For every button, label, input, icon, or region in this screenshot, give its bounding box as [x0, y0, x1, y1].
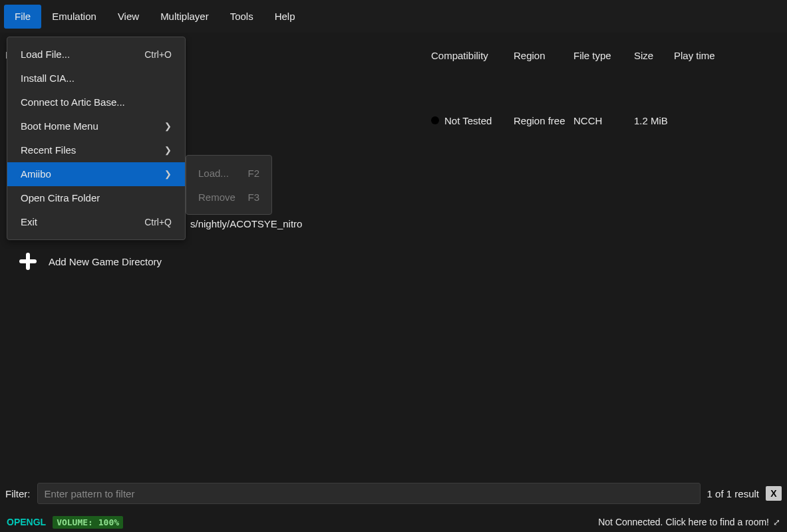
status-bar: OPENGL VOLUME: 100% Not Connected. Click…: [0, 512, 787, 532]
chevron-right-icon: ❯: [164, 138, 172, 162]
plus-icon: [18, 251, 38, 271]
volume-badge: VOLUME: 100%: [53, 516, 123, 529]
mi-exit[interactable]: Exit Ctrl+Q: [7, 210, 185, 234]
col-region[interactable]: Region: [514, 50, 573, 61]
menu-help[interactable]: Help: [264, 5, 306, 29]
filter-result-count: 1 of 1 result: [707, 488, 759, 499]
menu-multiplayer[interactable]: Multiplayer: [150, 5, 220, 29]
chevron-right-icon: ❯: [164, 162, 172, 186]
filter-bar: Filter: 1 of 1 result X: [5, 481, 782, 505]
menubar: File Emulation View Multiplayer Tools He…: [0, 0, 787, 33]
compat-text: Not Tested: [444, 115, 492, 126]
mi-install-cia[interactable]: Install CIA...: [7, 66, 185, 90]
expand-icon: ⤢: [773, 517, 780, 527]
mi-open-citra-folder[interactable]: Open Citra Folder: [7, 186, 185, 210]
size-text: 1.2 MiB: [634, 115, 674, 126]
multiplayer-status[interactable]: Not Connected. Click here to find a room…: [598, 517, 780, 527]
menu-view[interactable]: View: [107, 5, 150, 29]
game-path-fragment: s/nightly/ACOTSYE_nitro: [190, 218, 302, 229]
add-game-dir-row[interactable]: Add New Game Directory: [18, 251, 162, 271]
mi-recent-files[interactable]: Recent Files ❯: [7, 138, 185, 162]
add-game-dir-label: Add New Game Directory: [49, 256, 162, 267]
filter-clear-button[interactable]: X: [766, 486, 782, 501]
col-playtime[interactable]: Play time: [674, 50, 779, 61]
mi-boot-home[interactable]: Boot Home Menu ❯: [7, 114, 185, 138]
col-size[interactable]: Size: [634, 50, 674, 61]
col-compatibility[interactable]: Compatibility: [431, 50, 514, 61]
compat-dot-icon: [431, 116, 439, 124]
mi-amiibo-load[interactable]: Load... F2: [186, 161, 271, 185]
room-status-text: Not Connected. Click here to find a room…: [598, 517, 769, 527]
mi-amiibo[interactable]: Amiibo ❯: [7, 162, 185, 186]
col-filetype[interactable]: File type: [573, 50, 634, 61]
file-menu-dropdown: Load File... Ctrl+O Install CIA... Conne…: [7, 37, 186, 240]
menu-emulation[interactable]: Emulation: [41, 5, 107, 29]
region-text: Region free: [514, 115, 573, 126]
menu-tools[interactable]: Tools: [220, 5, 264, 29]
mi-load-file[interactable]: Load File... Ctrl+O: [7, 43, 185, 66]
filter-label: Filter:: [5, 488, 31, 499]
renderer-badge: OPENGL: [7, 517, 46, 527]
mi-artic-base[interactable]: Connect to Artic Base...: [7, 90, 185, 114]
svg-rect-1: [19, 259, 37, 263]
menu-file[interactable]: File: [4, 5, 41, 29]
mi-amiibo-remove[interactable]: Remove F3: [186, 185, 271, 209]
amiibo-submenu: Load... F2 Remove F3: [186, 155, 272, 215]
chevron-right-icon: ❯: [164, 114, 172, 138]
filter-input[interactable]: [37, 483, 701, 504]
filetype-text: NCCH: [573, 115, 634, 126]
